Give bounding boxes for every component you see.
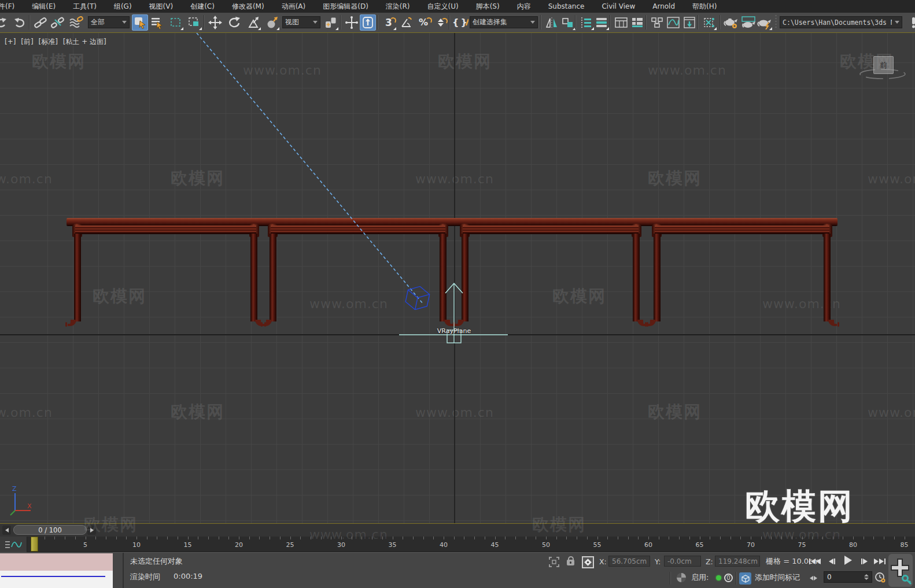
select-and-scale-icon[interactable]: [245, 14, 261, 31]
menu-item-group[interactable]: 组(G): [105, 0, 141, 13]
select-and-place-icon[interactable]: [264, 14, 280, 31]
time-configuration-icon[interactable]: [875, 572, 886, 586]
select-and-move-icon[interactable]: [207, 14, 223, 31]
front-viewport[interactable]: 欧模网www.om.cn欧模网www.om.cn欧模网www.om.cn欧模网w…: [0, 32, 915, 524]
menu-item-rendering[interactable]: 渲染(R): [377, 0, 419, 13]
x-coordinate-field[interactable]: 56.705cm: [608, 556, 650, 567]
select-object-button[interactable]: [132, 14, 148, 31]
redo-icon[interactable]: [12, 14, 28, 31]
menu-item-scripting[interactable]: 脚本(S): [467, 0, 508, 13]
previous-frame-arrow-button[interactable]: [2, 526, 11, 535]
select-and-rotate-icon[interactable]: [227, 14, 243, 31]
menu-item-edit[interactable]: 编辑(E): [23, 0, 64, 13]
maxscript-mini-listener-pane[interactable]: [0, 571, 113, 588]
current-frame-field[interactable]: 0: [824, 571, 872, 583]
world-axis-tripod: Z X: [10, 485, 32, 515]
viewport-menu-general[interactable]: [+]: [5, 38, 16, 46]
time-slider-track[interactable]: 0 / 100: [0, 524, 915, 537]
table-model-1[interactable]: [75, 225, 256, 335]
table-model-3[interactable]: [463, 225, 639, 335]
project-folder-dropdown[interactable]: C:\Users\Han\Documents\3ds Max 2022: [780, 16, 902, 28]
isolate-selection-icon[interactable]: [548, 556, 560, 570]
named-selection-set-dropdown[interactable]: 创建选择集: [470, 16, 538, 28]
unlink-selection-icon[interactable]: [50, 14, 66, 31]
table-model-2[interactable]: [271, 225, 445, 335]
rectangular-selection-region-icon[interactable]: [168, 14, 184, 31]
goto-start-button[interactable]: [807, 554, 822, 568]
toggle-scene-explorer-icon[interactable]: [578, 14, 595, 31]
select-and-link-icon[interactable]: [32, 14, 49, 31]
undo-icon[interactable]: [0, 14, 9, 31]
toggle-layer-explorer-icon[interactable]: [593, 14, 610, 31]
add-keys-plus-button[interactable]: [888, 554, 913, 587]
frame-spinner[interactable]: [864, 574, 869, 580]
viewcube[interactable]: 前: [873, 56, 894, 74]
layer-list-icon[interactable]: [629, 14, 645, 31]
y-coordinate-field[interactable]: -0.0cm: [664, 556, 701, 567]
tabletop-plank[interactable]: [67, 218, 837, 225]
render-setup-icon[interactable]: [723, 14, 739, 31]
mirror-icon[interactable]: [544, 14, 560, 31]
viewport-menu-pov[interactable]: [前]: [21, 38, 33, 46]
menu-item-file[interactable]: 文件(F): [0, 0, 23, 13]
scene-security-shield-icon[interactable]: [677, 573, 686, 582]
absolute-offset-mode-toggle[interactable]: [582, 556, 594, 568]
time-slider-handle[interactable]: 0 / 100: [13, 525, 87, 535]
current-frame-handle[interactable]: [31, 537, 38, 552]
align-icon[interactable]: [560, 14, 576, 31]
toggle-ribbon-icon[interactable]: [613, 14, 629, 31]
menu-item-tools[interactable]: 工具(T): [64, 0, 105, 13]
selection-lock-icon[interactable]: [567, 560, 574, 565]
previous-frame-button[interactable]: [825, 554, 839, 568]
toolbar-drag-handle[interactable]: [775, 15, 777, 29]
selection-filter-dropdown[interactable]: 全部: [88, 16, 130, 28]
track-bar[interactable]: 0510152025303540455055606570758085: [0, 537, 915, 552]
menu-item-animation[interactable]: 动画(A): [273, 0, 315, 13]
reference-coordinate-dropdown[interactable]: 视图: [282, 16, 320, 28]
menu-item-graph-editors[interactable]: 图形编辑器(D): [314, 0, 377, 13]
table-model-4[interactable]: [655, 225, 829, 335]
blocked-scripts-count-badge[interactable]: 0: [724, 574, 733, 582]
menu-item-customize[interactable]: 自定义(U): [419, 0, 467, 13]
material-editor-icon[interactable]: [681, 14, 698, 31]
menu-item-arnold[interactable]: Arnold: [644, 0, 684, 13]
goto-end-button[interactable]: [872, 554, 887, 568]
play-animation-button[interactable]: [840, 553, 856, 567]
dashed-cube-tool-icon[interactable]: [701, 14, 717, 31]
menu-item-create[interactable]: 创建(C): [182, 0, 223, 13]
schematic-view-icon[interactable]: [649, 14, 665, 31]
percent-snap-icon[interactable]: %: [415, 14, 431, 31]
next-frame-button[interactable]: [857, 554, 871, 568]
spinner-snap-icon[interactable]: [433, 14, 449, 31]
viewport-menu-standard[interactable]: [标准]: [38, 38, 57, 46]
use-pivot-center-icon[interactable]: [323, 14, 339, 31]
open-mini-curve-editor-button[interactable]: [0, 537, 27, 552]
menu-item-help[interactable]: 帮助(H): [684, 0, 725, 13]
select-by-name-icon[interactable]: [149, 14, 165, 31]
clipped-toolbar-icon[interactable]: [907, 14, 915, 31]
render-production-icon[interactable]: [757, 14, 773, 31]
maxscript-macro-recorder-pane[interactable]: [0, 553, 113, 571]
z-coordinate-field[interactable]: 119.248cm: [715, 556, 760, 567]
keyboard-shortcut-override-button[interactable]: [360, 14, 376, 31]
render-time-value: 0:00:19: [174, 572, 202, 580]
select-and-manipulate-icon[interactable]: [344, 14, 360, 31]
menu-item-substance[interactable]: Substance: [540, 0, 593, 13]
add-time-tag-button[interactable]: 添加时间标记: [755, 572, 800, 583]
key-mode-toggle-icon[interactable]: [807, 571, 819, 585]
window-crossing-toggle-icon[interactable]: [186, 14, 202, 31]
time-tag-cube-button[interactable]: [739, 572, 751, 585]
curve-editor-icon[interactable]: [665, 14, 681, 31]
menu-item-civil-view[interactable]: Civil View: [593, 0, 644, 13]
edit-named-selection-sets-icon[interactable]: { }: [452, 14, 468, 31]
snap-toggle-3d-icon[interactable]: 3: [381, 14, 397, 31]
menu-item-content[interactable]: 内容: [508, 0, 540, 13]
bind-to-spacewarp-icon[interactable]: [68, 14, 84, 31]
menu-item-modifiers[interactable]: 修改器(M): [223, 0, 273, 13]
render-frame-window-icon[interactable]: [740, 14, 757, 31]
next-frame-arrow-button[interactable]: [87, 526, 96, 535]
angle-snap-icon[interactable]: [398, 14, 414, 31]
menu-item-views[interactable]: 视图(V): [141, 0, 182, 13]
viewcube-front-face-label[interactable]: 前: [880, 60, 887, 71]
viewport-menu-shading[interactable]: [粘土 + 边面]: [63, 38, 106, 46]
